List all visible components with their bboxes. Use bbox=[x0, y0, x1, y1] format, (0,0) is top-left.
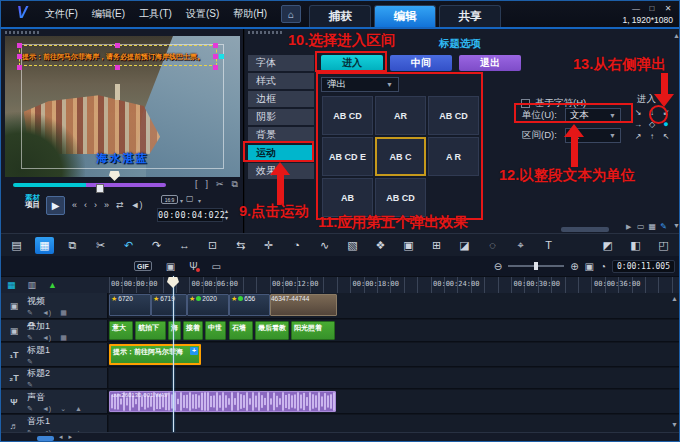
speaker-icon[interactable]: ◄) bbox=[42, 309, 51, 317]
zoom-slider[interactable] bbox=[508, 265, 564, 267]
panel-grip[interactable] bbox=[5, 31, 39, 34]
grid-icon[interactable]: ⊞ bbox=[427, 237, 446, 254]
style-item-阴影[interactable]: 阴影 bbox=[248, 109, 314, 125]
video-clip[interactable]: ★656 bbox=[229, 294, 270, 316]
speaker-icon[interactable]: ◄) bbox=[42, 405, 51, 413]
project-mode-label[interactable]: 项目 bbox=[25, 201, 40, 209]
video-clip[interactable]: 46347-44744 bbox=[270, 294, 337, 316]
screen-capture-icon[interactable]: ▣ bbox=[166, 261, 175, 272]
storyboard-view-icon[interactable]: ▤ bbox=[7, 237, 26, 254]
auto-scroll-icon[interactable]: ▲ bbox=[48, 280, 57, 290]
sound-mixer-icon[interactable]: ∿ bbox=[315, 237, 334, 254]
title-tool-icon[interactable]: ▣ bbox=[399, 237, 418, 254]
add-icon[interactable]: + bbox=[190, 347, 198, 355]
speaker-icon[interactable]: ◄) bbox=[42, 334, 51, 342]
enlarge-preview-icon[interactable]: ⧉ bbox=[232, 179, 238, 190]
direction-icon-8[interactable]: ↖ bbox=[659, 130, 673, 142]
video-clip[interactable]: ★6720 bbox=[109, 294, 151, 316]
transition-icon[interactable]: ❖ bbox=[371, 237, 390, 254]
menu-item-1[interactable]: 编辑(E) bbox=[92, 7, 125, 21]
track-header-标题2[interactable]: ₂T标题2✎ bbox=[1, 368, 108, 388]
menu-item-2[interactable]: 工具(T) bbox=[139, 7, 172, 21]
track-content-声音[interactable]: uvs260130-001.WAV bbox=[109, 390, 679, 413]
track-content-视频[interactable]: ★6720★6719★2020★65646347-44744 bbox=[109, 293, 679, 318]
snapshot-icon[interactable]: ▭ bbox=[211, 261, 220, 272]
tracks-scroll-down-icon[interactable]: ▼ bbox=[671, 421, 678, 428]
playhead-line[interactable] bbox=[173, 276, 174, 432]
video-clip[interactable]: ★6719 bbox=[151, 294, 187, 316]
check-media-icon[interactable]: ◩ bbox=[598, 237, 617, 254]
color-grade-icon[interactable]: ◔ bbox=[287, 237, 306, 254]
check-track-icon[interactable]: ◧ bbox=[626, 237, 645, 254]
trim-icon[interactable]: ↔ bbox=[175, 237, 194, 254]
gif-button[interactable]: GIF bbox=[134, 261, 152, 271]
seek-bar[interactable] bbox=[13, 183, 166, 187]
preview-timecode[interactable]: 00:00:04:022 bbox=[157, 208, 223, 222]
selection-handle[interactable] bbox=[17, 65, 22, 70]
track-header-叠加1[interactable]: ▣叠加1✎◄)▦ bbox=[1, 320, 108, 341]
title-clip[interactable]: 提示：前往阿马尔菲海+ bbox=[109, 344, 201, 365]
volume-icon[interactable]: ◄) bbox=[131, 200, 143, 210]
track-content-叠加1[interactable]: 意大航拍下海接着中世石墙最后看教阳光照着 bbox=[109, 320, 679, 341]
undo-icon[interactable]: ↶ bbox=[119, 237, 138, 254]
next-clip-icon[interactable]: » bbox=[104, 200, 109, 210]
clip-mode-label[interactable]: 素材 bbox=[25, 194, 40, 202]
style-item-边框[interactable]: 边框 bbox=[248, 91, 314, 107]
aspect-caret-icon[interactable]: ▾ bbox=[180, 197, 183, 204]
overlay-clip[interactable]: 最后看教 bbox=[255, 321, 289, 340]
selection-handle[interactable] bbox=[213, 65, 218, 70]
track-content-标题1[interactable]: 提示：前往阿马尔菲海+ bbox=[109, 343, 679, 366]
selection-handle[interactable] bbox=[115, 65, 120, 70]
pencil-icon[interactable]: ✎ bbox=[27, 405, 33, 413]
home-button[interactable]: ⌂ bbox=[281, 5, 301, 23]
grid-icon[interactable]: ▦ bbox=[60, 309, 67, 317]
tracks-scroll-up-icon[interactable]: ▲ bbox=[671, 295, 678, 302]
timeline-ruler[interactable]: ▦▥▲ 00:00:00:0000:00:06:0000:00:12:0000:… bbox=[1, 276, 679, 293]
workspace-tab-2[interactable]: 共享 bbox=[439, 5, 501, 27]
direction-icon-3[interactable]: → bbox=[631, 118, 645, 130]
corner-tool-icon[interactable]: ◰ bbox=[654, 237, 673, 254]
phase-tab-1[interactable]: 中间 bbox=[390, 55, 452, 71]
edit-icon[interactable]: ✎ bbox=[660, 222, 667, 231]
voice-clip[interactable]: uvs260130-001.WAV bbox=[109, 391, 336, 412]
overlay-clip[interactable]: 意大 bbox=[109, 321, 133, 340]
workspace-tab-1[interactable]: 编辑 bbox=[374, 5, 436, 27]
direction-icon-7[interactable]: ↑ bbox=[645, 130, 659, 142]
screen-size-icon[interactable]: ⊡ bbox=[203, 237, 222, 254]
overlay-clip[interactable]: 阳光照着 bbox=[291, 321, 335, 340]
scroll-down-icon[interactable]: ▼ bbox=[673, 222, 680, 229]
cut-tools-icon[interactable]: ✂ bbox=[91, 237, 110, 254]
style-item-字体[interactable]: 字体 bbox=[248, 55, 314, 71]
selection-handle[interactable] bbox=[213, 54, 218, 59]
mark-out-icon[interactable]: ] bbox=[206, 179, 209, 190]
subtitle-overlay-text[interactable]: 海水湛蓝 bbox=[5, 151, 240, 166]
track-header-标题1[interactable]: ₁T标题1✎ bbox=[1, 343, 108, 366]
minimize-button[interactable]: — bbox=[631, 4, 641, 13]
timeline-hscroll-arrows[interactable]: ◂▸ bbox=[59, 433, 78, 441]
timeline-hscroll-thumb[interactable] bbox=[37, 436, 54, 441]
show-all-tracks-icon[interactable]: ▦ bbox=[7, 280, 16, 290]
show-media-icon[interactable]: ▥ bbox=[28, 280, 37, 290]
selection-handle[interactable] bbox=[213, 43, 218, 48]
overlay-clip[interactable]: 石墙 bbox=[229, 321, 253, 340]
split-clip-icon[interactable]: ✂ bbox=[216, 179, 224, 190]
track-header-声音[interactable]: Ψ声音✎◄)⌄▲ bbox=[1, 390, 108, 413]
horizontal-scrollbar[interactable] bbox=[561, 227, 609, 232]
microphone-icon[interactable]: Ψ bbox=[189, 261, 197, 272]
zoom-out-icon[interactable]: ⊖ bbox=[494, 261, 502, 272]
maximize-button[interactable]: □ bbox=[647, 4, 657, 13]
video-clip[interactable]: ★2020 bbox=[187, 294, 229, 316]
pencil-icon[interactable]: ✎ bbox=[27, 309, 33, 317]
close-button[interactable]: ✕ bbox=[663, 4, 673, 13]
redo-icon[interactable]: ↷ bbox=[147, 237, 166, 254]
prev-frame-icon[interactable]: ‹ bbox=[84, 200, 87, 210]
timecode-stepper[interactable]: ▴▾ bbox=[225, 208, 228, 222]
selection-handle[interactable] bbox=[17, 43, 22, 48]
mark-in-icon[interactable]: [ bbox=[195, 179, 198, 190]
scroll-up-icon[interactable]: ▲ bbox=[673, 32, 680, 39]
overlay-clip[interactable]: 接着 bbox=[183, 321, 203, 340]
subtitle-icon[interactable]: T bbox=[539, 237, 558, 254]
title-overlay-text[interactable]: 提示：前往阿马尔菲海岸，请务必提前预订海岸线巴士票。 bbox=[22, 52, 216, 62]
scroll-right-icon[interactable]: ▶ bbox=[626, 223, 631, 231]
list-icon[interactable]: ▦ bbox=[649, 222, 657, 231]
